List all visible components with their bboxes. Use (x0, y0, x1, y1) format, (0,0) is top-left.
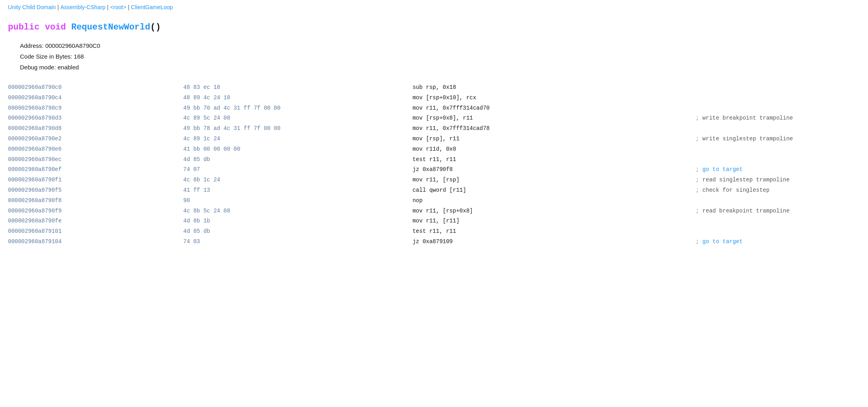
function-name: RequestNewWorld (71, 22, 150, 32)
disasm-addr: 000002960a8790d3 (8, 113, 183, 124)
table-row: 000002960a8790d34c 89 5c 24 08mov [rsp+0… (8, 113, 860, 124)
table-row: 000002960a87910474 03jz 0xa879109; go to… (8, 237, 860, 247)
disasm-comment (696, 124, 860, 134)
disasm-bytes: 4c 8b 5c 24 08 (183, 206, 412, 216)
meta-code-size: Code Size in Bytes: 168 (20, 51, 860, 62)
disasm-instruction: test r11, r11 (413, 226, 696, 237)
disasm-comment (696, 144, 860, 155)
disasm-addr: 000002960a8790e6 (8, 144, 183, 155)
disasm-addr: 000002960a8790f5 (8, 185, 183, 196)
keyword-public: public (8, 22, 40, 32)
table-row: 000002960a8790f94c 8b 5c 24 08mov r11, [… (8, 206, 860, 216)
disasm-comment (696, 196, 860, 206)
disasm-addr: 000002960a8790c9 (8, 103, 183, 114)
disasm-instruction: mov [rsp], r11 (413, 134, 696, 144)
table-row: 000002960a8790f541 ff 13call qword [r11]… (8, 185, 860, 196)
comment-semicolon: ; (696, 187, 702, 193)
breadcrumb-sep-3: | (128, 4, 129, 10)
func-parens: () (150, 22, 160, 32)
disasm-instruction: mov r11, [rsp+0x8] (413, 206, 696, 216)
table-row: 000002960a8790ef74 07jz 0xa8790f8; go to… (8, 165, 860, 175)
disasm-bytes: 74 03 (183, 237, 412, 247)
disasm-addr: 000002960a8790c4 (8, 93, 183, 103)
table-row: 000002960a8790f14c 8b 1c 24mov r11, [rsp… (8, 175, 860, 185)
disasm-bytes: 49 bb 78 ad 4c 31 ff 7f 00 00 (183, 124, 412, 134)
table-row: 000002960a8790d849 bb 78 ad 4c 31 ff 7f … (8, 124, 860, 134)
address-label: Address: (20, 42, 43, 49)
breadcrumb-root[interactable]: <root> (110, 4, 126, 10)
disasm-bytes: 4c 89 1c 24 (183, 134, 412, 144)
function-signature: public void RequestNewWorld() (8, 22, 860, 32)
disasm-addr: 000002960a8790c0 (8, 83, 183, 93)
table-row: 000002960a8790e641 bb 00 00 00 00mov r11… (8, 144, 860, 155)
disasm-comment: ; read breakpoint trampoline (696, 206, 860, 216)
comment-plain: write singlestep trampoline (702, 136, 793, 142)
disasm-instruction: test r11, r11 (413, 155, 696, 165)
breadcrumb-sep-2: | (107, 4, 109, 10)
disasm-addr: 000002960a8790ec (8, 155, 183, 165)
disasm-comment: ; read singlestep trampoline (696, 175, 860, 185)
disasm-addr: 000002960a8790f1 (8, 175, 183, 185)
table-row: 000002960a8790fe4d 8b 1bmov r11, [r11] (8, 216, 860, 226)
disasm-addr: 000002960a8790f9 (8, 206, 183, 216)
disasm-instruction: jz 0xa879109 (413, 237, 696, 247)
disasm-bytes: 49 bb 70 ad 4c 31 ff 7f 00 00 (183, 103, 412, 114)
disasm-bytes: 4c 8b 1c 24 (183, 175, 412, 185)
disasm-bytes: 48 83 ec 18 (183, 83, 412, 93)
table-row: 000002960a8790c448 89 4c 24 10mov [rsp+0… (8, 93, 860, 103)
table-row: 000002960a8790ec4d 85 dbtest r11, r11 (8, 155, 860, 165)
disasm-addr: 000002960a8790fe (8, 216, 183, 226)
disassembly-table: 000002960a8790c048 83 ec 18sub rsp, 0x18… (8, 83, 860, 247)
debug-label: Debug mode: (20, 64, 56, 71)
disasm-instruction: jz 0xa8790f8 (413, 165, 696, 175)
comment-goto-link[interactable]: go to target (702, 166, 743, 173)
breadcrumb-client-game-loop[interactable]: ClientGameLoop (131, 4, 173, 10)
breadcrumb-assembly-csharp[interactable]: Assembly-CSharp (60, 4, 105, 10)
comment-goto-link[interactable]: go to target (702, 238, 743, 245)
table-row: 000002960a8790c949 bb 70 ad 4c 31 ff 7f … (8, 103, 860, 114)
breadcrumb-sep-1: | (57, 4, 59, 10)
disasm-instruction: mov r11, [r11] (413, 216, 696, 226)
comment-plain: read breakpoint trampoline (702, 208, 789, 214)
disasm-instruction: mov r11, 0x7fff314cad78 (413, 124, 696, 134)
disasm-bytes: 41 ff 13 (183, 185, 412, 196)
disasm-bytes: 48 89 4c 24 10 (183, 93, 412, 103)
disasm-comment (696, 155, 860, 165)
disasm-bytes: 41 bb 00 00 00 00 (183, 144, 412, 155)
code-size-label: Code Size in Bytes: (20, 53, 72, 60)
disasm-comment (696, 103, 860, 114)
disasm-addr: 000002960a8790d8 (8, 124, 183, 134)
disasm-comment: ; go to target (696, 165, 860, 175)
keyword-void: void (45, 22, 66, 32)
disasm-comment: ; write singlestep trampoline (696, 134, 860, 144)
disasm-addr: 000002960a879101 (8, 226, 183, 237)
table-row: 000002960a8790c048 83 ec 18sub rsp, 0x18 (8, 83, 860, 93)
disasm-comment: ; write breakpoint trampoline (696, 113, 860, 124)
debug-value: enabled (57, 64, 79, 71)
address-val: 000002960A8790C0 (45, 42, 100, 49)
code-size-value: 168 (74, 53, 84, 60)
disasm-instruction: mov r11, [rsp] (413, 175, 696, 185)
disasm-bytes: 74 07 (183, 165, 412, 175)
comment-semicolon: ; (696, 136, 702, 142)
disasm-addr: 000002960a879104 (8, 237, 183, 247)
comment-semicolon: ; (696, 115, 702, 121)
table-row: 000002960a8791014d 85 dbtest r11, r11 (8, 226, 860, 237)
disasm-comment (696, 216, 860, 226)
table-row: 000002960a8790e24c 89 1c 24mov [rsp], r1… (8, 134, 860, 144)
meta-address: Address: 000002960A8790C0 (20, 40, 860, 51)
disasm-comment (696, 93, 860, 103)
table-row: 000002960a8790f890nop (8, 196, 860, 206)
disasm-instruction: mov [rsp+0x8], r11 (413, 113, 696, 124)
disasm-bytes: 4d 85 db (183, 155, 412, 165)
disasm-instruction: sub rsp, 0x18 (413, 83, 696, 93)
disasm-addr: 000002960a8790e2 (8, 134, 183, 144)
comment-semicolon: ; (696, 208, 702, 214)
disasm-comment: ; check for singlestep (696, 185, 860, 196)
disasm-addr: 000002960a8790ef (8, 165, 183, 175)
comment-plain: write breakpoint trampoline (702, 115, 793, 121)
disasm-instruction: call qword [r11] (413, 185, 696, 196)
meta-info: Address: 000002960A8790C0 Code Size in B… (8, 40, 860, 73)
disasm-bytes: 4d 8b 1b (183, 216, 412, 226)
breadcrumb-unity-child-domain[interactable]: Unity Child Domain (8, 4, 56, 10)
